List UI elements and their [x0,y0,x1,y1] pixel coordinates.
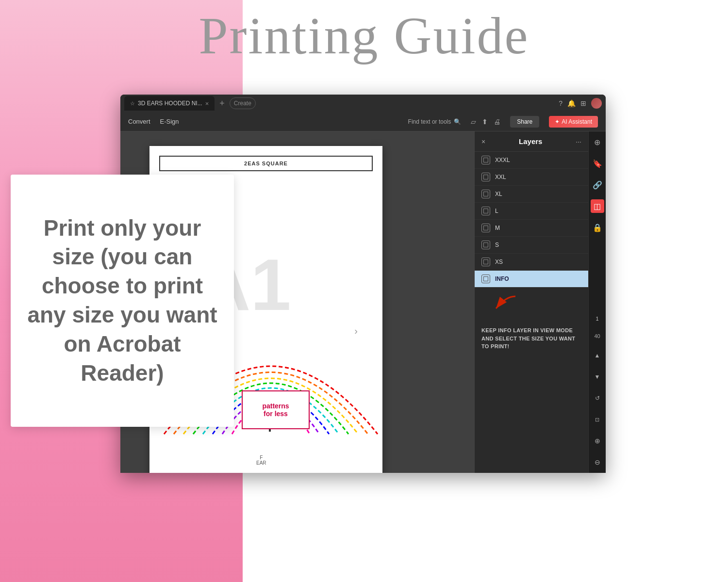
ear-text: F EAR [256,455,266,466]
layers-header: × Layers ··· [475,131,588,152]
layers-info-box: KEEP INFO LAYER IN VIEW MODE AND SELECT … [475,320,588,357]
layer-item-s[interactable]: S [475,237,588,254]
ai-label: AI Assistant [562,118,592,125]
layers-title: Layers [519,137,542,146]
bell-icon[interactable]: 🔔 [567,99,576,107]
layer-name-xxxl: XXXL [495,157,510,163]
tab-bar: ☆ 3D EARS HOODED NI... × + Create ? 🔔 ⊞ [120,95,606,112]
layer-visibility-icon [481,156,490,164]
layer-name-m: M [495,225,500,231]
layers-close-button[interactable]: × [481,138,485,146]
layer-visibility-icon [481,207,490,215]
select-icon[interactable]: ▱ [471,118,476,126]
toolbar-action-icons: ▱ ⬆ 🖨 [471,118,500,126]
sidebar-link-icon[interactable]: 🔗 [591,178,604,192]
sidebar-lock-icon[interactable]: 🔒 [591,221,604,234]
print-instructions-text: Print only your size (you can choose to … [25,214,219,388]
sidebar-search-icon[interactable]: ⊕ [591,135,604,149]
fit-page-button[interactable]: ⊡ [591,413,604,426]
layer-item-m[interactable]: M [475,220,588,237]
upload-icon[interactable]: ⬆ [482,118,488,126]
avatar[interactable] [591,98,602,109]
layer-visibility-icon-info [481,275,490,283]
layer-visibility-icon [481,241,490,249]
star-icon: ☆ [130,100,135,107]
print-instructions-card: Print only your size (you can choose to … [11,175,234,427]
browser-tab[interactable]: ☆ 3D EARS HOODED NI... × [124,96,215,111]
layer-visibility-icon [481,173,490,181]
red-arrow-annotation [475,288,588,318]
page-down-button[interactable]: ▼ [591,370,604,384]
zoom-in-button[interactable]: ⊕ [591,434,604,448]
tab-right-icons: ? 🔔 ⊞ [559,98,602,109]
layer-name-s: S [495,242,499,248]
right-sidebar: ⊕ 🔖 🔗 ◫ 🔒 1 40 ▲ ▼ ↺ ⊡ ⊕ ⊖ [588,131,606,473]
tab-close-button[interactable]: × [205,100,209,107]
new-tab-button[interactable]: + [216,98,228,109]
layer-item-xs[interactable]: XS [475,254,588,271]
layer-visibility-icon [481,190,490,198]
search-label: Find text or tools [408,118,451,125]
grid-icon[interactable]: ⊞ [580,99,586,107]
share-button[interactable]: Share [510,116,539,128]
help-icon[interactable]: ? [559,99,563,107]
create-label: Create [234,100,251,107]
print-icon[interactable]: 🖨 [494,118,500,126]
create-tab-button[interactable]: Create [230,97,256,109]
tab-label: 3D EARS HOODED NI... [138,100,202,107]
pdf-header-text: 2EAS SQUARE [159,156,373,171]
layers-label: Layers [519,137,542,146]
layers-panel: × Layers ··· XXXL XXL XL [474,131,588,473]
sidebar-layers-icon[interactable]: ◫ [591,199,604,213]
page-title: Printing Guide [0,10,728,62]
page-number-current: 1 [594,314,600,323]
layer-visibility-icon [481,258,490,266]
ear-label: F EAR [256,455,266,466]
layer-name-l: L [495,208,498,214]
page-number-total: 40 [592,331,602,341]
refresh-button[interactable]: ↺ [591,391,604,405]
title-area: Printing Guide [0,10,728,62]
layer-item-l[interactable]: L [475,203,588,220]
patterns-for-less-box: patterns for less [242,390,310,429]
toolbar: Convert E-Sign Find text or tools 🔍 ▱ ⬆ … [120,112,606,131]
zoom-out-button[interactable]: ⊖ [591,455,604,469]
layers-list: XXXL XXL XL L M [475,152,588,288]
layer-item-info[interactable]: INFO [475,271,588,288]
layer-name-xl: XL [495,191,502,197]
toolbar-search: Find text or tools 🔍 [408,118,462,125]
layer-item-xxl[interactable]: XXL [475,169,588,186]
ai-icon: ✦ [555,118,560,125]
layer-name-xs: XS [495,259,503,265]
layer-item-xl[interactable]: XL [475,186,588,203]
toolbar-esign[interactable]: E-Sign [160,118,179,125]
ai-assistant-button[interactable]: ✦ AI Assistant [549,116,598,128]
toolbar-convert[interactable]: Convert [128,118,150,125]
scroll-right-arrow[interactable]: › [354,325,358,337]
patterns-label: patterns for less [262,402,289,418]
search-icon[interactable]: 🔍 [454,118,461,125]
layers-info-text: KEEP INFO LAYER IN VIEW MODE AND SELECT … [481,326,581,351]
layer-item-xxxl[interactable]: XXXL [475,152,588,169]
layer-name-info: INFO [495,275,509,282]
sidebar-bookmark-icon[interactable]: 🔖 [591,157,604,170]
layers-menu-button[interactable]: ··· [576,138,581,146]
page-up-button[interactable]: ▲ [591,349,604,362]
layer-visibility-icon [481,224,490,232]
layer-name-xxl: XXL [495,174,506,180]
